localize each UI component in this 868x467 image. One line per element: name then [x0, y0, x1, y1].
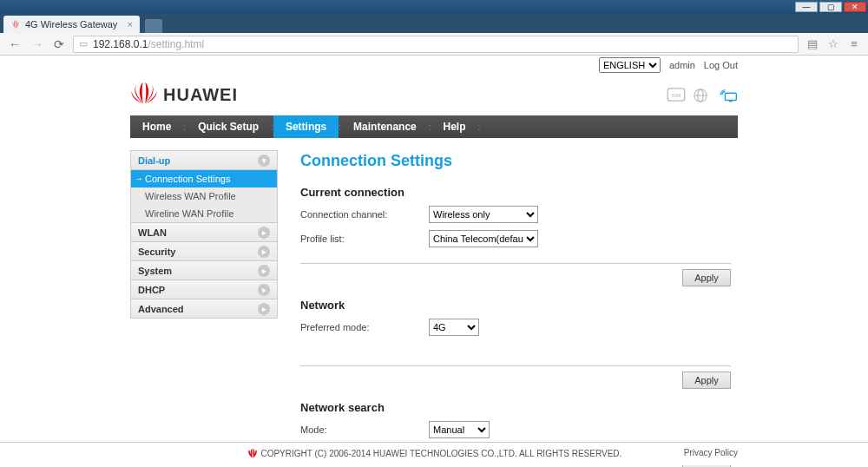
brand-logo: HUAWEI — [130, 82, 238, 109]
tab-title: 4G Wireless Gateway — [25, 19, 117, 30]
chevron-right-icon: ▸ — [258, 227, 270, 239]
label-connection-channel: Connection channel: — [300, 209, 429, 220]
main-nav: Home: Quick Setup: Settings: Maintenance… — [130, 115, 738, 138]
svg-rect-5 — [725, 93, 736, 100]
sidebar-section-system[interactable]: System ▸ — [131, 261, 277, 280]
select-preferred-mode[interactable]: 4G — [429, 319, 479, 336]
menu-icon[interactable]: ≡ — [847, 37, 861, 51]
translate-icon[interactable]: ▤ — [806, 37, 819, 51]
huawei-logo-icon — [130, 82, 158, 109]
address-bar[interactable]: ▭ 192.168.0.1/setting.html — [73, 36, 799, 53]
sidebar-item-wireless-wan[interactable]: Wireless WAN Profile — [131, 187, 277, 205]
window-minimize[interactable]: — — [795, 2, 818, 12]
forward-button[interactable]: → — [30, 37, 45, 51]
sim-icon: SIM — [667, 88, 686, 103]
window-maximize[interactable]: ▢ — [819, 2, 842, 12]
browser-toolbar: ← → ⟳ ▭ 192.168.0.1/setting.html ▤ ☆ ≡ — [0, 33, 868, 56]
brand-name: HUAWEI — [163, 85, 238, 105]
select-profile-list[interactable]: China Telecom(default) — [429, 230, 538, 247]
page-icon: ▭ — [79, 38, 88, 49]
label-profile-list: Profile list: — [300, 234, 429, 244]
sidebar-section-dialup[interactable]: Dial-up ▾ — [131, 151, 277, 170]
section-network-search: Network search — [300, 401, 731, 414]
select-search-mode[interactable]: Manual — [429, 421, 490, 438]
huawei-favicon — [10, 19, 21, 30]
back-button[interactable]: ← — [7, 37, 23, 51]
admin-link[interactable]: admin — [669, 60, 695, 70]
sidebar-dialup-body: Connection Settings Wireless WAN Profile… — [131, 170, 277, 223]
new-tab-button[interactable] — [145, 19, 162, 33]
svg-rect-6 — [729, 100, 733, 102]
tab-close-icon[interactable]: × — [127, 19, 132, 30]
divider — [300, 365, 731, 366]
page-content: ENGLISH admin Log Out HUAWEI SIM — [130, 56, 738, 467]
utility-bar: ENGLISH admin Log Out — [130, 56, 738, 78]
huawei-logo-icon — [247, 448, 259, 460]
sidebar-section-wlan[interactable]: WLAN ▸ — [131, 223, 277, 242]
browser-window: — ▢ ✕ 4G Wireless Gateway × ← → ⟳ ▭ 192.… — [0, 0, 868, 467]
nav-home[interactable]: Home — [130, 115, 183, 138]
browser-tabstrip: 4G Wireless Gateway × — [0, 14, 868, 33]
chevron-down-icon: ▾ — [258, 155, 270, 167]
brand-header: HUAWEI SIM — [130, 78, 738, 115]
nav-help[interactable]: Help — [431, 115, 478, 138]
nav-quick-setup[interactable]: Quick Setup — [186, 115, 271, 138]
svg-text:SIM: SIM — [671, 91, 681, 97]
window-titlebar: — ▢ ✕ — [0, 0, 868, 14]
logout-link[interactable]: Log Out — [704, 60, 738, 70]
page-viewport: ENGLISH admin Log Out HUAWEI SIM — [0, 56, 868, 467]
reload-button[interactable]: ⟳ — [52, 37, 66, 51]
label-preferred-mode: Preferred mode: — [300, 322, 429, 332]
copyright-text: COPYRIGHT (C) 2006-2014 HUAWEI TECHNOLOG… — [260, 449, 621, 458]
sidebar-item-connection-settings[interactable]: Connection Settings — [131, 170, 277, 187]
sidebar-section-advanced[interactable]: Advanced ▸ — [131, 299, 277, 319]
sidebar-item-wireline-wan[interactable]: Wireline WAN Profile — [131, 205, 277, 222]
main-panel: Connection Settings Current connection C… — [293, 150, 738, 467]
wifi-pc-icon — [719, 88, 738, 103]
globe-icon — [693, 88, 712, 103]
apply-button[interactable]: Apply — [682, 372, 731, 389]
chevron-right-icon: ▸ — [258, 246, 270, 258]
status-icons: SIM — [667, 88, 738, 103]
label-search-mode: Mode: — [300, 424, 429, 435]
chevron-right-icon: ▸ — [258, 303, 270, 315]
apply-button[interactable]: Apply — [682, 269, 731, 286]
browser-tab[interactable]: 4G Wireless Gateway × — [3, 16, 140, 33]
section-network: Network — [300, 299, 731, 312]
nav-maintenance[interactable]: Maintenance — [341, 115, 429, 138]
page-footer: COPYRIGHT (C) 2006-2014 HUAWEI TECHNOLOG… — [0, 442, 868, 465]
page-title: Connection Settings — [300, 152, 731, 170]
sidebar-section-dhcp[interactable]: DHCP ▸ — [131, 280, 277, 299]
chevron-right-icon: ▸ — [258, 284, 270, 296]
url-text: 192.168.0.1/setting.html — [93, 38, 792, 50]
window-close[interactable]: ✕ — [844, 2, 866, 12]
nav-settings[interactable]: Settings — [273, 115, 339, 138]
privacy-link[interactable]: Privacy Policy — [684, 448, 738, 457]
divider — [300, 263, 731, 264]
chevron-right-icon: ▸ — [258, 265, 270, 277]
sidebar-section-security[interactable]: Security ▸ — [131, 242, 277, 261]
language-select[interactable]: ENGLISH — [599, 57, 661, 73]
bookmark-star-icon[interactable]: ☆ — [826, 37, 840, 51]
select-connection-channel[interactable]: Wireless only — [429, 206, 538, 223]
sidebar: Dial-up ▾ Connection Settings Wireless W… — [130, 150, 278, 467]
section-current-connection: Current connection — [300, 186, 731, 199]
